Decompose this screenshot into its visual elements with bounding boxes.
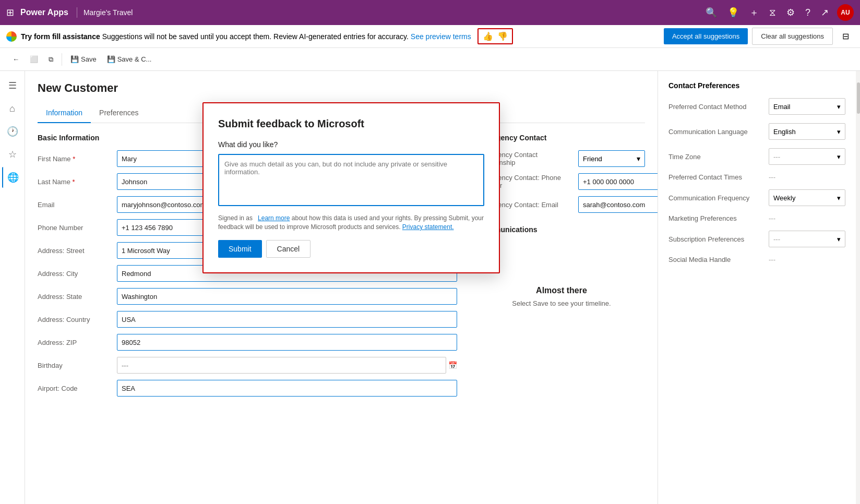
waffle-icon[interactable]: ⊞ <box>6 7 14 18</box>
main-layout: ☰ ⌂ 🕐 ☆ 🌐 New Customer Information Prefe… <box>0 71 860 504</box>
settings-icon[interactable]: ⚙ <box>784 5 797 20</box>
back-icon: ← <box>13 55 19 63</box>
chevron-down-icon-lang: ▾ <box>837 128 841 136</box>
modal-footer-text: Signed in as Learn more about how this d… <box>218 214 484 232</box>
panel-toggle-icon[interactable]: ⊟ <box>837 28 854 45</box>
copy-button[interactable]: ⧉ <box>44 52 57 67</box>
frame-button[interactable]: ⬜ <box>26 52 42 66</box>
pref-label-timezone: Time Zone <box>668 153 762 161</box>
feedback-thumbs-box: 👍 👎 <box>477 28 513 44</box>
accept-all-button[interactable]: Accept all suggestions <box>664 28 748 44</box>
modal-title: Submit feedback to Microsoft <box>218 118 484 130</box>
top-nav: ⊞ Power Apps Margie's Travel 🔍 💡 ＋ ⧖ ⚙ ?… <box>0 0 860 25</box>
pref-row-contact-method: Preferred Contact Method Email ▾ <box>668 98 845 115</box>
copilot-icon <box>6 31 17 42</box>
feedback-modal: Submit feedback to Microsoft What did yo… <box>202 102 500 273</box>
save-icon: 💾 <box>70 55 79 63</box>
pref-label-social: Social Media Handle <box>668 256 762 263</box>
pref-row-social: Social Media Handle --- <box>668 256 845 263</box>
pref-select-contact-method[interactable]: Email ▾ <box>769 98 845 115</box>
scrollbar-thumb <box>857 82 860 114</box>
help-icon[interactable]: ? <box>803 5 813 20</box>
pref-select-frequency[interactable]: Weekly ▾ <box>769 189 845 206</box>
save-close-label: Save & C... <box>117 55 152 63</box>
search-icon[interactable]: 🔍 <box>703 5 719 20</box>
left-sidebar: ☰ ⌂ 🕐 ☆ 🌐 <box>0 71 25 504</box>
pref-label-contact-method: Preferred Contact Method <box>668 103 762 111</box>
preview-terms-link[interactable]: See preview terms <box>411 32 471 41</box>
pref-label-contact-times: Preferred Contact Times <box>668 173 762 181</box>
thumbs-up-button[interactable]: 👍 <box>482 30 494 42</box>
pref-select-subscription[interactable]: --- ▾ <box>769 231 845 247</box>
pref-row-timezone: Time Zone --- ▾ <box>668 148 845 165</box>
pref-row-subscription: Subscription Preferences --- ▾ <box>668 231 845 247</box>
pref-label-marketing: Marketing Preferences <box>668 214 762 222</box>
cancel-button[interactable]: Cancel <box>266 240 311 258</box>
copy-icon: ⧉ <box>49 55 53 64</box>
pref-select-timezone[interactable]: --- ▾ <box>769 148 845 165</box>
right-scrollbar[interactable] <box>856 71 860 504</box>
sidebar-icon-recent[interactable]: 🕐 <box>2 121 23 142</box>
add-icon[interactable]: ＋ <box>747 4 761 21</box>
lightbulb-icon[interactable]: 💡 <box>725 5 741 20</box>
modal-subtitle: What did you like? <box>218 140 484 149</box>
toolbar-separator <box>62 53 62 66</box>
suggestion-bold-label: Try form fill assistance <box>21 32 100 41</box>
pref-select-language[interactable]: English ▾ <box>769 123 845 140</box>
chevron-down-icon: ▾ <box>837 103 841 111</box>
modal-actions: Submit Cancel <box>218 240 484 258</box>
toolbar: ← ⬜ ⧉ 💾 Save 💾 Save & C... <box>0 48 860 71</box>
learn-more-link[interactable]: Learn more <box>258 214 290 222</box>
privacy-link[interactable]: Privacy statement. <box>402 223 454 231</box>
sidebar-icon-globe[interactable]: 🌐 <box>2 167 23 188</box>
env-name: Margie's Travel <box>83 8 133 17</box>
pref-row-contact-times: Preferred Contact Times --- <box>668 173 845 181</box>
sidebar-icon-home[interactable]: ☰ <box>2 75 23 96</box>
pref-row-marketing: Marketing Preferences --- <box>668 214 845 222</box>
pref-value-contact-times: --- <box>769 173 775 181</box>
pref-label-language: Communication Language <box>668 128 762 136</box>
save-close-icon: 💾 <box>107 55 115 63</box>
right-panel: Contact Preferences Preferred Contact Me… <box>658 71 856 504</box>
chevron-down-icon-tz: ▾ <box>837 153 841 161</box>
sidebar-icon-nav[interactable]: ⌂ <box>2 98 23 119</box>
modal-textarea[interactable] <box>218 154 484 206</box>
suggestion-text: Suggestions will not be saved until you … <box>102 32 411 41</box>
sidebar-icon-star[interactable]: ☆ <box>2 144 23 165</box>
pref-value-marketing: --- <box>769 214 775 222</box>
submit-button[interactable]: Submit <box>218 240 262 258</box>
filter-icon[interactable]: ⧖ <box>767 5 778 20</box>
chevron-down-icon-freq: ▾ <box>837 194 841 202</box>
pref-row-frequency: Communication Frequency Weekly ▾ <box>668 189 845 206</box>
pref-label-frequency: Communication Frequency <box>668 194 762 202</box>
pref-value-social: --- <box>769 256 775 263</box>
suggestion-bar: Try form fill assistance Suggestions wil… <box>0 25 860 48</box>
save-label: Save <box>81 55 97 63</box>
contact-preferences-title: Contact Preferences <box>668 81 845 90</box>
clear-all-button[interactable]: Clear all suggestions <box>752 28 833 45</box>
modal-overlay: Submit feedback to Microsoft What did yo… <box>25 71 658 504</box>
avatar[interactable]: AU <box>837 4 854 21</box>
pref-row-language: Communication Language English ▾ <box>668 123 845 140</box>
app-name: Power Apps <box>20 8 68 17</box>
feedback-icon[interactable]: ↗ <box>819 5 831 20</box>
pref-label-subscription: Subscription Preferences <box>668 235 762 243</box>
suggestion-label: Try form fill assistance Suggestions wil… <box>21 32 471 41</box>
thumbs-down-button[interactable]: 👎 <box>496 30 509 42</box>
content-area: New Customer Information Preferences Bas… <box>25 71 658 504</box>
chevron-down-icon-sub: ▾ <box>837 235 841 243</box>
save-close-button[interactable]: 💾 Save & C... <box>103 52 156 66</box>
back-button[interactable]: ← <box>8 52 23 66</box>
save-button[interactable]: 💾 Save <box>66 52 101 66</box>
frame-icon: ⬜ <box>30 55 38 63</box>
nav-separator <box>77 7 77 18</box>
signed-in-text: Signed in as <box>218 214 253 222</box>
